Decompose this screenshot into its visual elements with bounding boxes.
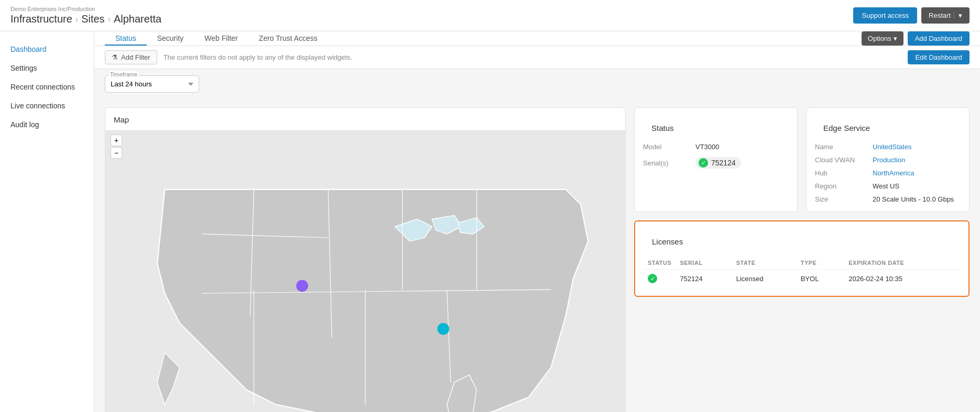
sidebar-item-settings[interactable]: Settings [0,59,94,77]
edge-region-label: Region [815,182,873,190]
sidebar-label-recent-connections: Recent connections [10,83,75,91]
timeframe-wrapper: Timeframe Last 1 hour Last 4 hours Last … [105,75,199,93]
table-row: ✓ 752124 Licensed BYOL 2026-02-24 10:35 [644,270,960,288]
edge-rows: Name UnitedStates Cloud VWAN Production … [815,143,961,203]
edge-hub-value[interactable]: NorthAmerica [873,169,914,177]
licenses-card: Licenses STATUS SERIAL STATE TYPE EXPIRA… [634,220,970,297]
sidebar-item-audit-log[interactable]: Audit log [0,115,94,134]
edge-hub-label: Hub [815,169,873,177]
breadcrumb-infrastructure: Infrastructure [10,13,72,25]
filter-note: The current filters do not apply to any … [164,53,353,61]
main-layout: Dashboard Settings Recent connections Li… [0,31,980,412]
sidebar-label-settings: Settings [10,64,37,72]
timeframe-select[interactable]: Last 1 hour Last 4 hours Last 24 hours L… [105,75,199,93]
add-filter-label: Add Filter [121,53,150,61]
col-header-expiration: EXPIRATION DATE [844,257,960,270]
edge-cloud-vwan-value[interactable]: Production [873,156,905,164]
edge-name-label: Name [815,143,873,151]
breadcrumb-sep2: › [108,15,111,24]
sidebar-item-live-connections[interactable]: Live connections [0,96,94,115]
right-column: Status Model VT3000 Serial(s) ✓ 752124 [634,107,970,412]
edit-dashboard-button[interactable]: Edit Dashboard [908,50,970,64]
options-label: Options [868,35,891,42]
options-button[interactable]: Options ▾ [862,31,903,46]
map-card: Map + − [105,107,626,412]
license-expiration-cell: 2026-02-24 10:35 [844,270,960,288]
sidebar-label-live-connections: Live connections [10,102,65,110]
sidebar-label-audit-log: Audit log [10,120,39,129]
licenses-table: STATUS SERIAL STATE TYPE EXPIRATION DATE… [644,257,960,287]
tab-actions: Options ▾ Add Dashboard [862,31,970,46]
edge-row-hub: Hub NorthAmerica [815,169,961,177]
svg-point-10 [296,280,308,292]
edge-size-value: 20 Scale Units - 10.0 Gbps [873,195,954,203]
sidebar: Dashboard Settings Recent connections Li… [0,31,94,412]
restart-button[interactable]: Restart ▾ [921,7,970,24]
col-header-state: STATE [732,257,797,270]
breadcrumb-sep1: › [75,15,78,24]
filter-left: ⚗ Add Filter The current filters do not … [105,50,352,64]
tab-zero-trust-access[interactable]: Zero Trust Access [248,31,328,46]
tab-bar: Status Security Web Filter Zero Trust Ac… [94,31,980,46]
edge-size-label: Size [815,195,873,203]
edge-region-value: West US [873,182,899,190]
sidebar-label-dashboard: Dashboard [10,45,47,53]
content-area: Status Security Web Filter Zero Trust Ac… [94,31,980,412]
status-rows: Model VT3000 Serial(s) ✓ 752124 [643,143,789,169]
dashboard-grid: Map + − [94,99,980,412]
serial-check-icon: ✓ [699,158,708,168]
edge-service-card: Edge Service Name UnitedStates Cloud VWA… [806,107,970,212]
filter-icon: ⚗ [112,53,118,61]
timeframe-label: Timeframe [109,71,138,77]
edge-row-size: Size 20 Scale Units - 10.0 Gbps [815,195,961,203]
license-check-icon: ✓ [648,274,657,283]
tab-web-filter[interactable]: Web Filter [194,31,248,46]
license-type-cell: BYOL [797,270,845,288]
edge-row-cloud-vwan: Cloud VWAN Production [815,156,961,164]
add-filter-button[interactable]: ⚗ Add Filter [105,50,157,64]
restart-label: Restart [929,12,951,19]
col-header-type: TYPE [797,257,845,270]
status-card-title: Status [643,116,789,138]
serials-label: Serial(s) [643,159,695,167]
zoom-in-button[interactable]: + [111,135,122,146]
status-row-model: Model VT3000 [643,143,789,151]
add-dashboard-button[interactable]: Add Dashboard [908,31,970,46]
license-serial-cell: 752124 [676,270,732,288]
tabs: Status Security Web Filter Zero Trust Ac… [105,31,328,46]
top-buttons: Support access Restart ▾ [853,7,970,24]
tab-status[interactable]: Status [105,31,147,46]
org-label: Demo Enterprises Inc/Production [10,6,161,12]
edge-cloud-vwan-label: Cloud VWAN [815,156,873,164]
restart-dropdown-arrow: ▾ [954,12,962,19]
map-card-title: Map [105,108,625,129]
model-value: VT3000 [695,143,720,151]
map-svg [105,129,625,412]
licenses-card-title: Licenses [644,230,960,251]
svg-point-11 [437,323,449,335]
tab-security[interactable]: Security [147,31,194,46]
serial-value: 752124 [711,159,736,167]
breadcrumb-sites: Sites [81,13,104,25]
license-state-cell: Licensed [732,270,797,288]
edge-name-value[interactable]: UnitedStates [873,143,911,151]
map-container: + − [105,129,625,412]
breadcrumb: Infrastructure › Sites › Alpharetta [10,13,161,25]
top-header: Demo Enterprises Inc/Production Infrastr… [0,0,980,31]
serial-badge: ✓ 752124 [695,157,741,169]
filter-bar: ⚗ Add Filter The current filters do not … [94,46,980,69]
status-card: Status Model VT3000 Serial(s) ✓ 752124 [634,107,798,212]
map-zoom-controls: + − [111,135,122,159]
breadcrumb-alpharetta: Alpharetta [114,13,161,25]
two-panel: Status Model VT3000 Serial(s) ✓ 752124 [634,107,970,212]
breadcrumb-section: Demo Enterprises Inc/Production Infrastr… [10,6,161,25]
license-status-cell: ✓ [644,270,676,288]
sidebar-item-recent-connections[interactable]: Recent connections [0,77,94,96]
edge-row-name: Name UnitedStates [815,143,961,151]
sidebar-item-dashboard[interactable]: Dashboard [0,40,94,59]
edge-card-title: Edge Service [815,116,961,138]
support-access-button[interactable]: Support access [853,7,917,24]
col-header-serial: SERIAL [676,257,732,270]
zoom-out-button[interactable]: − [111,147,122,159]
status-row-serials: Serial(s) ✓ 752124 [643,157,789,169]
